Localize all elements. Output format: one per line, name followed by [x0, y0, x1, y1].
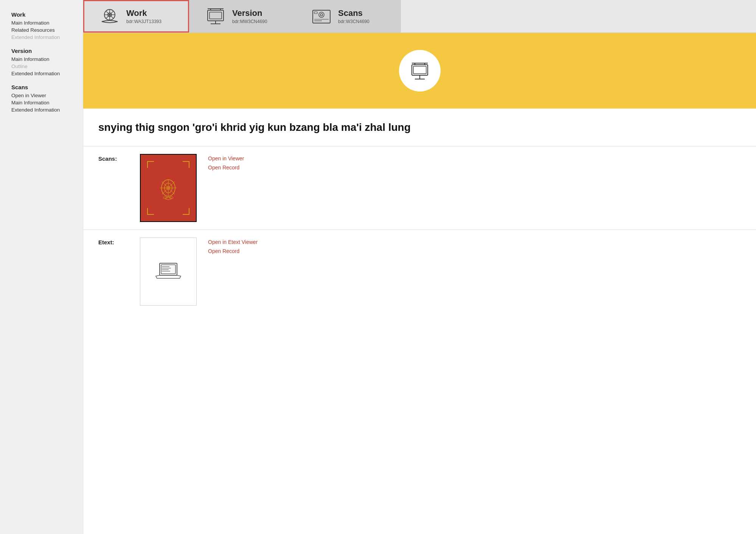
etext-links: Open in Etext Viewer Open Record: [208, 238, 258, 254]
svg-rect-37: [161, 265, 175, 274]
svg-rect-16: [314, 12, 317, 14]
sidebar-item-open-in-viewer[interactable]: Open in Viewer: [11, 92, 75, 99]
tab-version-subtitle: bdr:MW3CN4690: [232, 19, 267, 24]
etext-label: Etext:: [98, 238, 129, 245]
etext-resource-row: Etext: Open in Etext Viewer Open Record: [83, 230, 756, 313]
sidebar-item-main-information[interactable]: Main Information: [11, 56, 75, 63]
tab-scans-subtitle: bdr:W3CN4690: [338, 19, 369, 24]
tab-work[interactable]: Workbdr:WA3JT13393: [83, 0, 189, 33]
open-record-etext-link[interactable]: Open Record: [208, 248, 258, 254]
sidebar-item-outline: Outline: [11, 63, 75, 70]
resource-title: snying thig sngon 'gro'i khrid yig kun b…: [83, 120, 756, 146]
sidebar-section-version[interactable]: Version: [11, 48, 75, 54]
tab-work-label: Work: [126, 8, 147, 18]
sidebar-section-work[interactable]: Work: [11, 11, 75, 18]
sidebar: WorkMain InformationRelated ResourcesExt…: [0, 0, 83, 534]
svg-rect-20: [413, 66, 426, 74]
sidebar-item-related-resources[interactable]: Related Resources: [11, 26, 75, 34]
tab-version[interactable]: Versionbdr:MW3CN4690: [189, 0, 295, 33]
banner-icon-circle: [399, 50, 441, 92]
tab-scans-icon: [310, 7, 333, 26]
etext-icon: [155, 260, 182, 283]
version-icon: [408, 61, 432, 81]
tab-scans-label: Scans: [338, 8, 363, 18]
sidebar-section-scans[interactable]: Scans: [11, 84, 75, 90]
main-content: Workbdr:WA3JT13393 Versionbdr:MW3CN4690 …: [83, 0, 756, 534]
svg-rect-6: [208, 10, 224, 21]
tab-version-icon: [204, 7, 227, 26]
sidebar-item-main-information[interactable]: Main Information: [11, 99, 75, 106]
scans-thumbnail[interactable]: [140, 154, 197, 222]
sidebar-item-extended-information: Extended Information: [11, 34, 75, 41]
content-area: snying thig sngon 'gro'i khrid yig kun b…: [83, 33, 756, 534]
etext-thumbnail[interactable]: [140, 238, 197, 306]
sidebar-item-extended-information[interactable]: Extended Information: [11, 106, 75, 113]
open-in-viewer-link[interactable]: Open in Viewer: [208, 155, 244, 161]
sidebar-item-main-information[interactable]: Main Information: [11, 19, 75, 26]
scans-resource-row: Scans:: [83, 146, 756, 230]
scans-label: Scans:: [98, 154, 129, 162]
svg-rect-7: [210, 12, 222, 19]
svg-point-14: [319, 12, 324, 17]
tab-bar: Workbdr:WA3JT13393 Versionbdr:MW3CN4690 …: [83, 0, 756, 33]
tab-scans[interactable]: Scansbdr:W3CN4690: [295, 0, 401, 33]
svg-point-15: [320, 14, 323, 16]
tab-work-subtitle: bdr:WA3JT13393: [126, 19, 161, 24]
book-emblem-icon: [157, 175, 180, 201]
scans-links: Open in Viewer Open Record: [208, 154, 244, 171]
open-record-scans-link[interactable]: Open Record: [208, 165, 244, 171]
tab-work-icon: [98, 7, 121, 26]
sidebar-item-extended-information[interactable]: Extended Information: [11, 70, 75, 77]
open-in-etext-viewer-link[interactable]: Open in Etext Viewer: [208, 239, 258, 245]
banner: [83, 33, 756, 109]
tab-version-label: Version: [232, 8, 262, 18]
